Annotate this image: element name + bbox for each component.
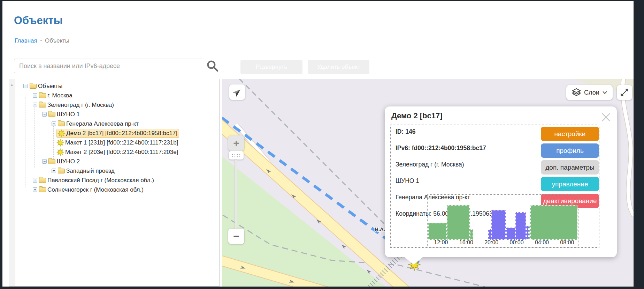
- chart-tick-label: 08:00: [560, 239, 574, 246]
- chart-bar-purple: [491, 210, 506, 240]
- tree-item[interactable]: −Объекты: [15, 81, 219, 91]
- chart-bar-green: [530, 205, 577, 240]
- zoom-in-button[interactable]: +: [228, 135, 244, 151]
- device-star-icon: [56, 139, 64, 147]
- tree-item-label: Западный проезд: [66, 168, 115, 175]
- locate-button[interactable]: [229, 84, 245, 100]
- screenshot-frame: Объекты Главная • Объекты Развернуть Уда…: [0, 0, 644, 289]
- device-star-icon: [58, 129, 65, 137]
- chart-bar-purple: [515, 212, 526, 240]
- chart-bar-green: [470, 229, 473, 240]
- popup-action-button[interactable]: доп. параметры: [541, 160, 599, 175]
- tree-item[interactable]: −Зеленоград г (г. Москва): [15, 100, 219, 110]
- expander-plus-icon[interactable]: +: [33, 187, 37, 192]
- frame-edge: [0, 0, 644, 1]
- popup-field: IPv6: fd00::212:4b00:1958:bc17: [396, 144, 486, 152]
- expander-minus-icon[interactable]: −: [33, 103, 37, 107]
- folder-icon: [58, 169, 65, 173]
- chart-bar-purple: [506, 228, 515, 240]
- selected-tree-item[interactable]: Демо 2 [bc17] [fd00::212:4b00:1958:bc17]: [56, 129, 179, 138]
- tree-item-label: Зеленоград г (г. Москва): [47, 102, 114, 109]
- folder-icon: [58, 121, 65, 126]
- tree-item[interactable]: +Западный проезд: [15, 166, 219, 176]
- expander-minus-icon[interactable]: −: [52, 121, 56, 126]
- close-icon[interactable]: [601, 112, 611, 123]
- tree-item[interactable]: −Генерала Алексеева пр-кт: [15, 119, 219, 128]
- chart-x-axis: 12:0016:0020:0000:0004:0008:00: [428, 239, 578, 246]
- folder-icon: [39, 93, 46, 98]
- popup-tail: [404, 257, 423, 265]
- tree-item[interactable]: +Павловский Посад г (Московская обл.): [15, 176, 219, 185]
- expand-tree-button[interactable]: Развернуть: [240, 60, 302, 74]
- tree-item-label: Генерала Алексеева пр-кт: [66, 120, 139, 127]
- tree-item[interactable]: −ШУНО 2: [15, 157, 219, 166]
- chevron-down-icon: [603, 91, 607, 94]
- popup-body: ID: 146IPv6: fd00::212:4b00:1958:bc17Зел…: [390, 125, 599, 248]
- zoom-out-button[interactable]: −: [228, 229, 244, 244]
- object-tree-panel: ▲ −Объекты+г. Москва−Зеленоград г (г. Мо…: [9, 79, 220, 287]
- expander-plus-icon[interactable]: +: [33, 178, 37, 183]
- zoom-slider-track[interactable]: [235, 159, 237, 230]
- chart-tick-label: 00:00: [510, 239, 524, 246]
- popup-title: Демо 2 [bc17]: [391, 111, 443, 120]
- popup-action-button[interactable]: профиль: [541, 143, 599, 158]
- tree-item-label: Макет 1 [231b] [fd00::212:4b00:1117:231b…: [65, 139, 178, 146]
- activity-chart: 12:0016:0020:0000:0004:0008:00: [427, 194, 578, 247]
- popup-action-button[interactable]: настройки: [541, 127, 599, 141]
- expander-plus-icon[interactable]: +: [52, 169, 56, 173]
- tree-item-label: г. Москва: [47, 92, 72, 99]
- tree-item[interactable]: Макет 2 [203e] [fd00::212:4b00:1117:203e…: [15, 147, 219, 157]
- object-popup: Демо 2 [bc17] ID: 146IPv6: fd00::212:4b0…: [385, 106, 617, 257]
- tree-item[interactable]: +Солнечногорск г (Московская обл.): [15, 185, 219, 194]
- expander-minus-icon[interactable]: −: [23, 84, 28, 88]
- breadcrumb-current: Объекты: [45, 37, 69, 44]
- tree-item-label: ШУНО 1: [57, 111, 80, 118]
- folder-icon: [48, 112, 55, 117]
- chart-bars: [428, 195, 577, 240]
- street-name-label: Н.А.: [375, 226, 385, 232]
- tree-item-label: Павловский Посад г (Московская обл.): [47, 177, 154, 184]
- breadcrumb: Главная • Объекты: [15, 37, 69, 44]
- popup-field: ШУНО 1: [396, 177, 419, 185]
- tree-item-label: Объекты: [38, 83, 62, 90]
- breadcrumb-home-link[interactable]: Главная: [15, 37, 37, 44]
- layers-label: Слои: [584, 89, 599, 96]
- page: Объекты Главная • Объекты Развернуть Уда…: [2, 1, 634, 287]
- expander-minus-icon[interactable]: −: [42, 159, 47, 164]
- tree-item[interactable]: −ШУНО 1: [15, 110, 219, 119]
- tree-rows: −Объекты+г. Москва−Зеленоград г (г. Моск…: [15, 81, 219, 286]
- tree-item[interactable]: Макет 1 [231b] [fd00::212:4b00:1117:231b…: [15, 138, 219, 147]
- navigation-arrow-icon: [232, 87, 242, 97]
- tree-item-label: Солнечногорск г (Московская обл.): [47, 186, 144, 193]
- popup-field: ID: 146: [396, 128, 415, 135]
- popup-action-button[interactable]: управление: [541, 177, 599, 191]
- frame-edge: [0, 287, 644, 289]
- zoom-slider-handle[interactable]: [229, 151, 244, 160]
- frame-edge: [0, 0, 2, 289]
- expander-plus-icon[interactable]: +: [33, 93, 37, 98]
- breadcrumb-separator: •: [40, 38, 42, 43]
- chart-tick-label: 04:00: [535, 239, 549, 246]
- search-input[interactable]: [14, 59, 214, 73]
- tree-item-label: Демо 2 [bc17] [fd00::212:4b00:1958:bc17]: [66, 130, 177, 137]
- layers-button[interactable]: Слои: [566, 85, 613, 100]
- chart-tick-label: 20:00: [484, 239, 498, 246]
- expander-minus-icon[interactable]: −: [42, 112, 47, 117]
- scroll-up-icon[interactable]: ▲: [10, 83, 14, 87]
- tree-scrollbar[interactable]: ▲: [9, 79, 15, 286]
- tree-item[interactable]: Демо 2 [bc17] [fd00::212:4b00:1958:bc17]: [15, 128, 219, 138]
- chart-tick-label: 12:00: [434, 239, 448, 246]
- popup-field: Зеленоград г (г. Москва): [396, 161, 464, 168]
- expand-arrows-icon: [620, 88, 629, 97]
- minus-icon: −: [233, 230, 239, 242]
- delete-object-button[interactable]: Удалить объект: [308, 60, 369, 74]
- layers-icon: [572, 88, 581, 97]
- fullscreen-button[interactable]: [617, 85, 632, 100]
- page-title: Объекты: [14, 14, 63, 27]
- chart-bar-purple: [488, 229, 491, 240]
- magnifier-icon[interactable]: [206, 60, 219, 72]
- folder-icon: [39, 178, 46, 183]
- tree-item[interactable]: +г. Москва: [15, 91, 219, 100]
- chart-bar-green: [447, 205, 470, 240]
- search-box: [14, 59, 204, 73]
